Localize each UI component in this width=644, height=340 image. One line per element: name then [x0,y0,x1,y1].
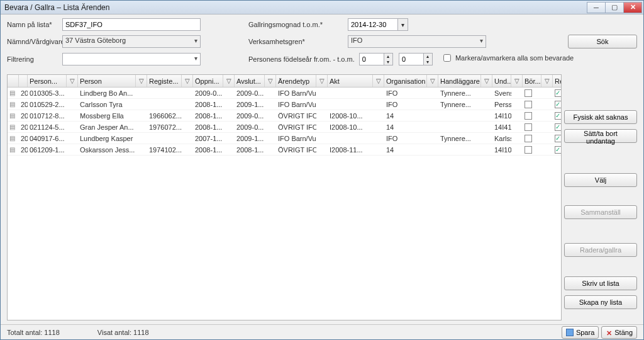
cell [316,110,328,121]
column-filter-icon[interactable]: ▽ [316,75,328,87]
row-checkbox[interactable] [525,112,532,120]
column-header[interactable]: Öppni... [193,75,223,87]
grid-body[interactable]: ▤20010305-3...Lindberg Bo An...2009-0...… [8,88,561,320]
column-filter-icon[interactable]: ▽ [223,75,235,87]
cell: 010712-8... [28,110,67,121]
sok-button[interactable]: Sök [568,35,637,48]
cell [373,110,384,121]
valj-button[interactable]: Välj [564,173,637,187]
label-verk: Verksamhetsgren* [248,38,343,45]
minimize-button[interactable]: ─ [587,2,606,13]
birth-to-spin[interactable]: ▴▾ [399,53,433,65]
cell [147,133,182,144]
column-header[interactable]: Bör... [523,75,541,87]
cell: 1966062... [147,110,182,121]
row-checkbox[interactable] [555,135,561,142]
column-header[interactable]: Person... [28,75,67,87]
titlebar: Bevara / Gallra – Lista Ärenden ─ ▢ ✕ [1,1,643,14]
cell [182,99,193,110]
cell [136,133,147,144]
satt-button[interactable]: Sätt/ta bort undantag [564,129,637,143]
cell [328,99,373,110]
cell [511,133,523,144]
spara-button[interactable]: Spara [562,326,599,339]
column-header[interactable]: Handläggare [438,75,481,87]
birth-from-input[interactable] [359,53,384,65]
table-row[interactable]: ▤20010305-3...Lindberg Bo An...2009-0...… [8,88,561,99]
row-icon: ▤ [8,122,19,132]
cell [328,133,373,144]
cell: 1974102... [147,144,182,155]
row-checkbox[interactable] [525,123,532,131]
table-row[interactable]: ▤20021124-5...Gran Jesper An...1976072..… [8,122,561,133]
row-checkbox[interactable] [555,146,561,154]
results-grid[interactable]: Person...▽Person▽Registe...▽Öppni...▽Avs… [7,74,562,320]
row-checkbox[interactable] [555,123,561,131]
close-window-button[interactable]: ✕ [623,2,642,13]
column-header[interactable]: Regel [553,75,562,87]
cell [136,110,147,121]
column-filter-icon[interactable]: ▽ [427,75,438,87]
cell: 20 [19,122,28,132]
calendar-icon[interactable]: ▾ [398,18,408,31]
cell [265,99,276,110]
column-header[interactable]: Avslut... [235,75,265,87]
cell: 14I103 [492,110,511,121]
row-checkbox[interactable] [555,112,561,120]
cell [427,144,438,155]
column-filter-icon[interactable]: ▽ [511,75,523,87]
table-row[interactable]: ▤20061209-1...Oskarsson Jess...1974102..… [8,144,561,156]
row-checkbox[interactable] [525,89,532,97]
column-header[interactable]: Organisation [384,75,427,87]
samman-button: Sammanställ [564,205,637,219]
cell [481,122,492,132]
row-checkbox[interactable] [555,101,561,108]
cell [481,133,492,144]
table-row[interactable]: ▤20010529-2...Carlsson Tyra2008-1...2009… [8,99,561,110]
cell: 2009-0... [235,110,265,121]
cell [511,99,523,110]
column-filter-icon[interactable]: ▽ [541,75,553,87]
column-header[interactable] [8,75,19,87]
stang-button[interactable]: ✕Stäng [601,326,637,339]
column-header[interactable]: Akt [328,75,373,87]
filtrering-combo[interactable] [62,53,201,65]
namn-input[interactable] [62,18,201,31]
verk-combo[interactable]: IFO [348,35,486,48]
gallr-date-input[interactable] [348,18,398,31]
fysisk-button[interactable]: Fysisk akt saknas [564,110,637,124]
skapa-button[interactable]: Skapa ny lista [564,295,637,309]
row-checkbox[interactable] [525,101,532,108]
column-filter-icon[interactable]: ▽ [265,75,276,87]
cell [373,144,384,155]
column-header[interactable]: Registe... [147,75,182,87]
column-filter-icon[interactable]: ▽ [67,75,78,87]
birth-from-spin[interactable]: ▴▾ [359,53,393,65]
cell: 14 [384,122,427,132]
column-header[interactable] [19,75,28,87]
birth-to-input[interactable] [399,53,424,65]
cell [136,122,147,132]
column-filter-icon[interactable]: ▽ [481,75,492,87]
cell [265,144,276,155]
cell [67,110,78,121]
column-header[interactable]: Person [78,75,136,87]
row-checkbox[interactable] [525,146,532,154]
column-header[interactable]: Und... [492,75,511,87]
statusbar: Totalt antal: 1118 Visat antal: 1118 Spa… [1,324,643,339]
column-header[interactable]: Ärendetyp [276,75,316,87]
column-filter-icon[interactable]: ▽ [373,75,384,87]
row-checkbox[interactable] [525,135,532,142]
row-checkbox[interactable] [555,89,561,97]
table-row[interactable]: ▤20040917-6...Lundberg Kasper2007-1...20… [8,133,561,144]
cell: 14 [384,144,427,155]
skrivut-button[interactable]: Skriv ut lista [564,276,637,290]
cell: 2009-1... [235,99,265,110]
maximize-button[interactable]: ▢ [605,2,624,13]
mark-all-checkbox[interactable]: Markera/avmarkera alla som bevarade [441,52,574,64]
namnd-combo[interactable]: 37 Västra Göteborg [62,35,201,48]
table-row[interactable]: ▤20010712-8...Mossberg Ella1966062...200… [8,110,561,122]
column-filter-icon[interactable]: ▽ [136,75,147,87]
gallr-date[interactable]: ▾ [348,18,461,31]
column-filter-icon[interactable]: ▽ [182,75,193,87]
